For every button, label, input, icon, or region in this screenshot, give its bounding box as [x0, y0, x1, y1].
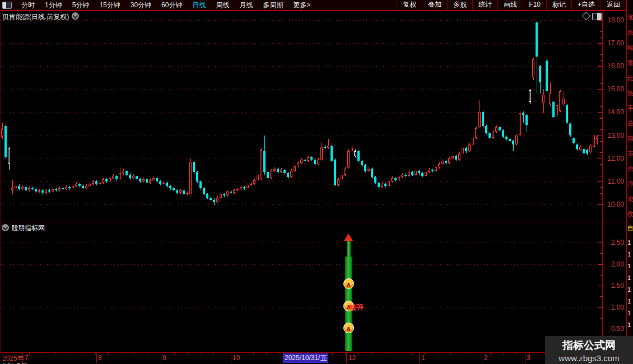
period-tab-更多>[interactable]: 更多> [288, 0, 315, 10]
candle [58, 188, 60, 190]
y-axis-label: 10.00 [604, 200, 624, 208]
clipped-char: 换 [627, 90, 633, 96]
toolbar-button-标记[interactable]: 标记 [546, 0, 571, 10]
x-axis-minor-tick [450, 353, 451, 355]
candle [485, 126, 487, 133]
top-toolbar: 分时1分钟5分钟15分钟30分钟60分钟日线周线月线多周期更多> 复权叠加多股统… [0, 0, 633, 11]
candle [176, 190, 178, 193]
diamond-icon[interactable] [582, 12, 591, 21]
candle [142, 179, 145, 181]
candle [55, 189, 57, 190]
period-tab-60分钟[interactable]: 60分钟 [156, 0, 187, 10]
candle [11, 188, 13, 190]
sub-y-minor-tick [600, 296, 602, 297]
candle [596, 137, 598, 139]
candle [425, 172, 427, 175]
candle [512, 141, 514, 144]
signal-circle-icon: ∧ [343, 323, 354, 333]
candle [421, 173, 423, 175]
candle [505, 137, 508, 139]
candle [556, 105, 558, 116]
period-tab-5分钟[interactable]: 5分钟 [67, 0, 95, 10]
panel-divider[interactable] [0, 222, 626, 222]
candle [277, 169, 279, 172]
candle [344, 169, 346, 174]
candle [388, 181, 390, 186]
toolbar-button-返回[interactable]: 返回 [601, 0, 626, 10]
toolbar-button-画线[interactable]: 画线 [497, 0, 523, 10]
y-axis-minor-tick [600, 72, 602, 72]
x-axis-minor-tick [516, 353, 517, 355]
toolbar-button-多股[interactable]: 多股 [447, 0, 472, 10]
sub-y-tick [598, 307, 602, 308]
period-tab-30分钟[interactable]: 30分钟 [125, 0, 156, 10]
candle [448, 158, 450, 163]
x-axis-minor-tick [490, 353, 491, 355]
candle [428, 170, 430, 172]
period-tab-分时[interactable]: 分时 [16, 0, 40, 10]
candle [196, 172, 198, 181]
candle-wick [12, 180, 13, 194]
clipped-char: 收 [627, 211, 633, 217]
x-axis-divider [525, 353, 525, 363]
candle [371, 169, 373, 176]
action-buttons: 复权叠加多股统计画线F10标记+自选返回 [397, 0, 626, 10]
candle [495, 127, 497, 132]
candle [199, 181, 202, 188]
clipped-char: 量 [627, 60, 633, 66]
sub-gridline [0, 242, 602, 243]
candle [529, 90, 531, 102]
y-axis-tick [598, 112, 602, 113]
x-axis-divider [96, 353, 97, 363]
clipped-value: 1 [627, 298, 631, 305]
x-axis-minor-tick [201, 353, 201, 355]
period-tab-周线[interactable]: 周线 [211, 0, 234, 10]
period-tab-15分钟[interactable]: 15分钟 [94, 0, 125, 10]
toolbar-button-复权[interactable]: 复权 [397, 0, 422, 10]
sub-y-label: 0.50 [604, 325, 624, 333]
candle [455, 156, 457, 160]
sub-y-minor-tick [600, 275, 602, 276]
toolbar-button-统计[interactable]: 统计 [472, 0, 497, 10]
candle [25, 187, 27, 190]
x-axis-minor-tick [29, 353, 30, 355]
side-panel-toggle-icon[interactable] [592, 13, 602, 20]
period-tab-多周期[interactable]: 多周期 [258, 0, 288, 10]
period-tab-1分钟[interactable]: 1分钟 [40, 0, 67, 10]
y-axis-minor-tick [600, 106, 602, 107]
candle [179, 190, 181, 193]
window-layout-icon[interactable] [2, 2, 12, 9]
toolbar-button-叠加[interactable]: 叠加 [422, 0, 447, 10]
period-tab-日线[interactable]: 日线 [187, 0, 211, 10]
candle [341, 175, 343, 179]
candle [206, 194, 208, 198]
x-axis-minor-tick [332, 353, 333, 355]
y-axis-label: 11.00 [604, 178, 624, 185]
toolbar-button-F10[interactable]: F10 [523, 0, 546, 10]
candle [159, 181, 161, 184]
period-tab-月线[interactable]: 月线 [234, 0, 258, 10]
candle [431, 170, 434, 171]
y-axis-minor-tick [600, 60, 602, 61]
x-axis-divider [281, 353, 281, 363]
site-watermark: 指标公式网 www.zbgs3.com [545, 336, 633, 364]
candle [438, 164, 440, 167]
chevron-down-icon[interactable] [72, 12, 79, 20]
candle [193, 162, 195, 172]
candle [404, 175, 407, 176]
toolbar-button-+自选[interactable]: +自选 [571, 0, 601, 10]
candle [220, 194, 222, 198]
candle [115, 176, 118, 179]
candle [45, 190, 47, 193]
candle [492, 132, 494, 137]
y-axis-minor-tick [600, 141, 602, 142]
x-axis-minor-tick [385, 353, 385, 355]
candle [89, 184, 91, 186]
candle [552, 102, 555, 117]
candle [223, 194, 225, 195]
y-axis-tick [598, 136, 602, 136]
candle [331, 146, 333, 161]
chevron-down-icon[interactable] [2, 224, 9, 231]
candle [173, 188, 175, 190]
x-axis-minor-tick [266, 353, 267, 355]
